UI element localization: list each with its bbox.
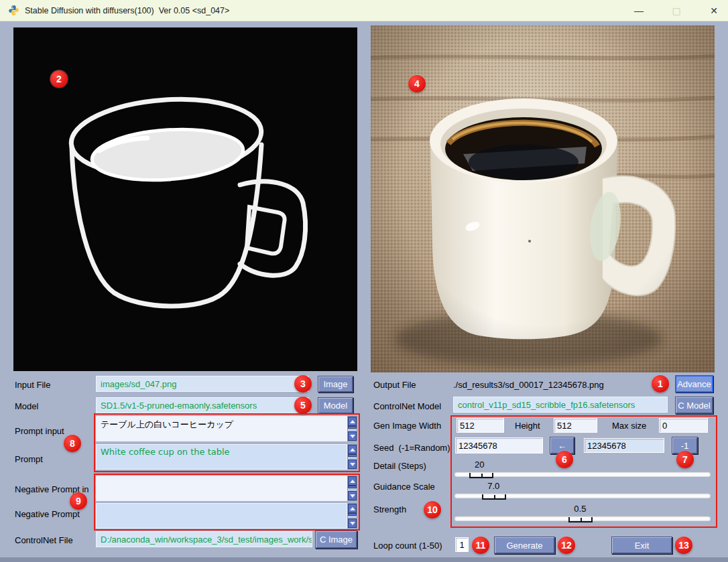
steps-slider[interactable]: 20 [454,460,711,480]
max-size-label: Max size [612,421,646,431]
badge-8: 8 [64,435,81,452]
scroll-down-icon[interactable] [348,491,357,500]
badge-11: 11 [472,537,489,554]
close-icon[interactable]: ✕ [704,5,724,16]
prompt-area [96,444,357,470]
input-file-value: images/sd_047.png [101,379,176,389]
c-image-button[interactable]: C Image [315,531,357,549]
strength-value: 0.5 [574,504,586,514]
steps-slider-handle[interactable] [469,473,493,478]
scroll-up-icon[interactable] [348,417,357,426]
badge-13: 13 [675,537,692,554]
controlnet-file-label: ControlNet File [15,535,73,545]
scroll-down-icon[interactable] [348,518,357,528]
prompt-input-label: Prompt input [15,426,64,436]
controlnet-file-value: D:/anaconda_win/workspace_3/sd_test/imag… [101,535,312,545]
strength-slider-handle[interactable] [568,517,593,522]
negative-prompt-in-scrollbar[interactable] [347,476,357,501]
negative-prompt-label: Negative Prompt [15,509,80,519]
exit-button[interactable]: Exit [611,537,672,554]
badge-3: 3 [294,375,312,393]
gen-width-input[interactable] [457,418,504,433]
prompt-input-area [96,416,357,441]
gen-width-label: Gen Image Width [373,421,441,431]
guidance-slider-handle[interactable] [482,494,506,500]
model-button[interactable]: Model [318,397,353,414]
gen-height-label: Height [515,421,540,431]
loop-count-label: Loop count (1-50) [373,541,442,551]
scroll-down-icon[interactable] [348,431,357,441]
generate-button[interactable]: Generate [494,537,555,554]
prompt-scrollbar[interactable] [347,444,357,470]
guidance-value: 7.0 [487,481,499,491]
python-app-icon [8,5,19,16]
input-file-label: Input File [15,380,50,390]
maximize-icon[interactable]: ▢ [666,5,686,16]
prompt-input-scrollbar[interactable] [347,416,357,441]
scroll-up-icon[interactable] [348,445,357,454]
badge-9: 9 [70,492,87,510]
output-file-value: ./sd_results3/sd_00017_12345678.png [453,380,604,390]
scroll-down-icon[interactable] [348,460,357,469]
model-field[interactable]: SD1.5/v1-5-pruned-emaonly.safetensors [96,397,309,413]
badge-1: 1 [652,375,669,393]
controlnet-model-field[interactable]: control_v11p_sd15_scribble_fp16.safetens… [453,397,668,413]
badge-6: 6 [556,451,573,468]
input-file-field[interactable]: images/sd_047.png [96,376,309,392]
steps-label: Detail (Steps) [373,461,426,471]
output-file-label: Output File [373,380,416,390]
prompt-input-textarea[interactable] [96,416,347,441]
controlnet-model-value: control_v11p_sd15_scribble_fp16.safetens… [458,400,635,410]
negative-prompt-textarea[interactable] [96,503,347,529]
negative-prompt-in-textarea[interactable] [96,476,347,501]
guidance-label: Guidance Scale [373,482,435,492]
negative-prompt-in-area [96,476,357,501]
advance-button[interactable]: Advance [675,375,713,393]
badge-10: 10 [424,501,441,518]
badge-4: 4 [408,75,426,92]
model-value: SD1.5/v1-5-pruned-emaonly.safetensors [101,401,257,411]
app-window: { "window": { "title": "Stable Diffusion… [0,0,728,562]
last-seed-field[interactable] [584,438,664,453]
loop-count-input[interactable] [455,537,469,552]
badge-2: 2 [50,70,68,88]
title-bar: Stable Diffusion with diffusers(100) Ver… [0,0,728,21]
badge-5: 5 [294,397,312,414]
window-bottom-edge [0,557,728,562]
strength-slider[interactable]: 0.5 [454,504,711,524]
seed-label: Seed (-1=Random) [373,443,450,453]
negative-prompt-scrollbar[interactable] [347,503,357,529]
controlnet-file-field[interactable]: D:/anaconda_win/workspace_3/sd_test/imag… [96,531,312,547]
seed-input[interactable] [455,437,543,453]
window-title: Stable Diffusion with diffusers(100) Ver… [25,6,229,15]
image-button[interactable]: Image [318,376,353,393]
badge-12: 12 [558,537,575,554]
scroll-up-icon[interactable] [348,476,357,486]
negative-prompt-area [96,503,357,529]
model-label: Model [15,401,38,411]
badge-7: 7 [676,451,694,468]
prompt-textarea[interactable] [96,444,347,470]
scroll-up-icon[interactable] [348,504,357,513]
guidance-slider[interactable]: 7.0 [454,481,711,501]
minimize-icon[interactable]: — [629,5,649,16]
controlnet-model-label: ControlNet Model [373,401,441,411]
c-model-button[interactable]: C Model [675,397,713,414]
prompt-label: Prompt [15,454,43,464]
gen-height-input[interactable] [554,418,597,433]
max-size-input[interactable] [659,418,708,433]
steps-value: 20 [475,460,484,470]
strength-label: Strength [373,504,406,514]
